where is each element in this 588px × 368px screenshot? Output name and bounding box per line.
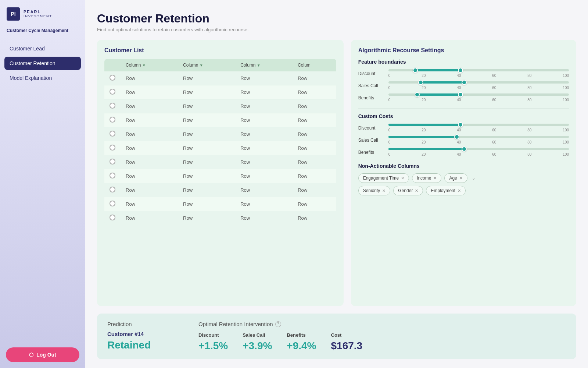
- slider-thumb-high[interactable]: [458, 92, 463, 97]
- row-radio[interactable]: [110, 103, 115, 109]
- page-header: Customer Retention Find out optimal solu…: [97, 12, 576, 32]
- logout-button[interactable]: ⬡ Log Out: [6, 347, 79, 362]
- intervention-section: Optimal Retention Intervention ? Discoun…: [198, 321, 566, 352]
- table-cell: Row: [293, 155, 336, 169]
- tag-remove-icon[interactable]: ✕: [415, 188, 418, 193]
- row-radio[interactable]: [110, 159, 115, 164]
- intervention-item: Benefits+9.4%: [287, 332, 316, 352]
- table-cell: Row: [235, 71, 293, 85]
- non-actionable-section: Non-Actionable Columns Engagement Time ✕…: [358, 163, 569, 195]
- table-cell: Row: [293, 85, 336, 99]
- sort-icon-2: ▼: [200, 63, 203, 67]
- table-cell: Row: [121, 141, 178, 155]
- slider-track[interactable]: [388, 124, 569, 126]
- slider-track[interactable]: [388, 81, 569, 84]
- table-cell: Row: [178, 169, 235, 183]
- sidebar-item-customer-lead[interactable]: Customer Lead: [4, 42, 81, 55]
- row-radio[interactable]: [110, 131, 115, 137]
- table-cell: Row: [178, 127, 235, 141]
- non-actionable-tag: Engagement Time ✕: [358, 173, 409, 183]
- slider-thumb-high[interactable]: [462, 80, 467, 85]
- slider-track[interactable]: [388, 93, 569, 96]
- slider-track[interactable]: [388, 69, 569, 71]
- slider-thumb-high[interactable]: [458, 68, 463, 73]
- sidebar: PI PEARL INVESTMENT Customer Cycle Manag…: [0, 0, 85, 368]
- customer-list-panel: Customer List Column ▼ Column ▼: [97, 40, 344, 306]
- table-row[interactable]: RowRowRowRow: [104, 197, 336, 211]
- table-row[interactable]: RowRowRowRow: [104, 155, 336, 169]
- table-cell: Row: [293, 211, 336, 225]
- slider-thumb-low[interactable]: [415, 92, 420, 97]
- table-row[interactable]: RowRowRowRow: [104, 183, 336, 197]
- prediction-customer: Customer #14: [107, 331, 178, 337]
- row-radio[interactable]: [110, 75, 115, 81]
- row-radio[interactable]: [110, 187, 115, 192]
- prediction-label: Prediction: [107, 321, 178, 327]
- row-radio[interactable]: [110, 145, 115, 151]
- slider-thumb-low[interactable]: [413, 68, 418, 73]
- logo-area: PI PEARL INVESTMENT: [0, 0, 85, 25]
- info-icon[interactable]: ?: [275, 321, 281, 327]
- custom-costs-section: Custom Costs Discount020406080100Sales C…: [358, 113, 569, 156]
- intervention-item-value: +9.4%: [287, 340, 316, 352]
- table-cell: Row: [121, 85, 178, 99]
- table-cell: Row: [293, 99, 336, 113]
- table-row[interactable]: RowRowRowRow: [104, 71, 336, 85]
- row-radio[interactable]: [110, 89, 115, 95]
- non-actionable-tag: Seniority ✕: [358, 186, 391, 195]
- slider-thumb[interactable]: [454, 134, 459, 139]
- table-row[interactable]: RowRowRowRow: [104, 113, 336, 127]
- table-cell: Row: [293, 141, 336, 155]
- table-row[interactable]: RowRowRowRow: [104, 85, 336, 99]
- table-row[interactable]: RowRowRowRow: [104, 99, 336, 113]
- row-radio[interactable]: [110, 215, 115, 220]
- slider-row: Discount020406080100: [358, 124, 569, 132]
- recourse-panel: Algorithmic Recourse Settings Feature bo…: [351, 40, 576, 306]
- table-cell: Row: [293, 183, 336, 197]
- table-cell: Row: [293, 113, 336, 127]
- tag-remove-icon[interactable]: ✕: [401, 176, 404, 181]
- table-cell: Row: [235, 85, 293, 99]
- row-radio[interactable]: [110, 201, 115, 206]
- table-row[interactable]: RowRowRowRow: [104, 211, 336, 225]
- top-panels: Customer List Column ▼ Column ▼: [97, 40, 576, 306]
- slider-row: Sales Call020406080100: [358, 81, 569, 90]
- table-row[interactable]: RowRowRowRow: [104, 141, 336, 155]
- table-cell: Row: [293, 127, 336, 141]
- sidebar-item-model-explanation[interactable]: Model Explanation: [4, 71, 81, 85]
- th-col-1[interactable]: Column ▼: [121, 59, 178, 71]
- row-radio[interactable]: [110, 173, 115, 178]
- th-col-2[interactable]: Column ▼: [178, 59, 235, 71]
- prediction-section: Prediction Customer #14 Retained: [107, 321, 188, 352]
- tag-remove-icon[interactable]: ✕: [433, 176, 437, 181]
- sidebar-nav: Customer Lead Customer Retention Model E…: [0, 39, 85, 88]
- table-row[interactable]: RowRowRowRow: [104, 169, 336, 183]
- sort-icon-1: ▼: [142, 63, 146, 67]
- th-col-3[interactable]: Column ▼: [235, 59, 293, 71]
- slider-thumb[interactable]: [462, 146, 467, 152]
- tag-remove-icon[interactable]: ✕: [459, 176, 463, 181]
- intervention-item-value: $167.3: [331, 340, 363, 352]
- prediction-value: Retained: [107, 339, 178, 351]
- intervention-title: Optimal Retention Intervention ?: [198, 321, 566, 327]
- table-cell: Row: [178, 183, 235, 197]
- intervention-grid: Discount+1.5%Sales Call+3.9%Benefits+9.4…: [198, 332, 566, 352]
- page-subtitle: Find out optimal solutions to retain cus…: [97, 27, 576, 32]
- table-row[interactable]: RowRowRowRow: [104, 127, 336, 141]
- slider-row: Sales Call020406080100: [358, 136, 569, 144]
- slider-label: Benefits: [358, 150, 384, 155]
- intervention-item-label: Sales Call: [243, 332, 272, 338]
- row-radio[interactable]: [110, 117, 115, 123]
- table-cell: Row: [121, 211, 178, 225]
- tags-chevron-icon[interactable]: ⌄: [472, 176, 476, 181]
- tag-remove-icon[interactable]: ✕: [382, 188, 386, 193]
- slider-track[interactable]: [388, 136, 569, 138]
- sidebar-item-customer-retention[interactable]: Customer Retention: [4, 57, 81, 70]
- slider-thumb-low[interactable]: [418, 80, 423, 85]
- tag-remove-icon[interactable]: ✕: [458, 188, 461, 193]
- slider-row: Benefits020406080100: [358, 93, 569, 102]
- section-title: Customer Cycle Management: [0, 25, 85, 39]
- slider-track[interactable]: [388, 148, 569, 150]
- slider-thumb[interactable]: [458, 122, 463, 127]
- slider-label: Sales Call: [358, 83, 384, 88]
